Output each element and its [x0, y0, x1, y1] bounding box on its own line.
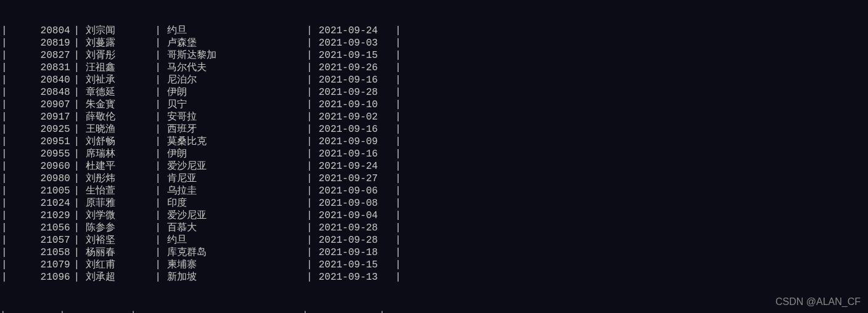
cell-country: 伊朗 [162, 148, 305, 160]
cell-id: 20840 [9, 74, 73, 86]
table-row: |21056|陈参参|百慕大|2021-09-28| [0, 222, 868, 234]
cell-date: 2021-09-13 [313, 271, 394, 283]
pipe: | [305, 160, 314, 173]
pipe: | [154, 136, 162, 148]
pipe: | [154, 62, 162, 74]
pipe: | [394, 234, 402, 246]
table-row: |20831|汪祖鑫|马尔代夫|2021-09-26| [0, 62, 868, 74]
pipe: | [305, 148, 314, 160]
pipe: | [305, 25, 314, 37]
pipe: | [0, 136, 9, 148]
pipe: | [0, 259, 9, 271]
pipe: | [0, 37, 9, 49]
cell-id: 20951 [9, 136, 73, 148]
pipe: | [154, 49, 162, 62]
table-row: |20848|章德延|伊朗|2021-09-28| [0, 86, 868, 99]
pipe: | [73, 123, 81, 136]
cell-name: 陈参参 [81, 222, 154, 234]
pipe: | [0, 185, 9, 197]
terminal-output: |20804|刘宗闻|约旦|2021-09-24||20819|刘蔓露|卢森堡|… [0, 0, 868, 313]
cell-country: 约旦 [162, 25, 305, 37]
pipe: | [305, 259, 314, 271]
cell-id: 20827 [9, 49, 73, 62]
pipe: | [305, 99, 314, 111]
pipe: | [154, 197, 162, 209]
pipe: | [154, 86, 162, 99]
pipe: | [0, 271, 9, 283]
cell-name: 刘学微 [81, 209, 154, 222]
cell-country: 莫桑比克 [162, 136, 305, 148]
pipe: | [305, 173, 314, 185]
pipe: | [73, 209, 81, 222]
cell-id: 21096 [9, 271, 73, 283]
pipe: | [305, 246, 314, 259]
pipe: | [394, 148, 402, 160]
pipe: | [0, 148, 9, 160]
pipe: | [305, 49, 314, 62]
table-row: |20917|薛敬伦|安哥拉|2021-09-02| [0, 111, 868, 123]
cell-name: 杜建平 [81, 160, 154, 173]
pipe: | [394, 197, 402, 209]
cell-country: 伊朗 [162, 86, 305, 99]
cell-country: 马尔代夫 [162, 62, 305, 74]
cell-date: 2021-09-24 [313, 25, 394, 37]
cell-date: 2021-09-28 [313, 222, 394, 234]
pipe: | [73, 136, 81, 148]
pipe: | [394, 49, 402, 62]
pipe: | [154, 185, 162, 197]
pipe: | [305, 111, 314, 123]
cell-name: 刘胥彤 [81, 49, 154, 62]
pipe: | [0, 234, 9, 246]
pipe: | [394, 185, 402, 197]
table-row: |20955|席瑞林|伊朗|2021-09-16| [0, 148, 868, 160]
table-row: |20925|王晓渔|西班牙|2021-09-16| [0, 123, 868, 136]
pipe: | [394, 99, 402, 111]
pipe: | [394, 259, 402, 271]
pipe: | [305, 234, 314, 246]
pipe: | [394, 271, 402, 283]
pipe: | [0, 222, 9, 234]
cell-name: 席瑞林 [81, 148, 154, 160]
pipe: | [0, 123, 9, 136]
pipe: | [154, 271, 162, 283]
cell-country: 库克群岛 [162, 246, 305, 259]
cell-id: 21058 [9, 246, 73, 259]
cell-id: 21029 [9, 209, 73, 222]
cell-date: 2021-09-26 [313, 62, 394, 74]
pipe: | [154, 160, 162, 173]
pipe: | [73, 37, 81, 49]
pipe: | [305, 37, 314, 49]
pipe: | [305, 271, 314, 283]
pipe: | [154, 209, 162, 222]
cell-country: 西班牙 [162, 123, 305, 136]
table-row: |21079|刘红甫|柬埔寨|2021-09-15| [0, 259, 868, 271]
cell-country: 哥斯达黎加 [162, 49, 305, 62]
pipe: | [394, 136, 402, 148]
table-row: |21058|杨丽春|库克群岛|2021-09-18| [0, 246, 868, 259]
cell-id: 21057 [9, 234, 73, 246]
table-row: |21057|刘裕坚|约旦|2021-09-28| [0, 234, 868, 246]
pipe: | [0, 49, 9, 62]
cell-date: 2021-09-18 [313, 246, 394, 259]
pipe: | [154, 99, 162, 111]
cell-id: 20907 [9, 99, 73, 111]
cell-country: 约旦 [162, 234, 305, 246]
cell-name: 章德延 [81, 86, 154, 99]
cell-name: 刘祉承 [81, 74, 154, 86]
pipe: | [394, 160, 402, 173]
cell-id: 21024 [9, 197, 73, 209]
pipe: | [394, 246, 402, 259]
pipe: | [154, 123, 162, 136]
cell-date: 2021-09-09 [313, 136, 394, 148]
cell-country: 尼泊尔 [162, 74, 305, 86]
pipe: | [394, 123, 402, 136]
cell-country: 安哥拉 [162, 111, 305, 123]
cell-date: 2021-09-04 [313, 209, 394, 222]
table-row: |20960|杜建平|爱沙尼亚|2021-09-24| [0, 160, 868, 173]
cell-id: 20980 [9, 173, 73, 185]
table-row: |21029|刘学微|爱沙尼亚|2021-09-04| [0, 209, 868, 222]
pipe: | [154, 37, 162, 49]
pipe: | [73, 25, 81, 37]
cell-name: 刘蔓露 [81, 37, 154, 49]
pipe: | [0, 74, 9, 86]
